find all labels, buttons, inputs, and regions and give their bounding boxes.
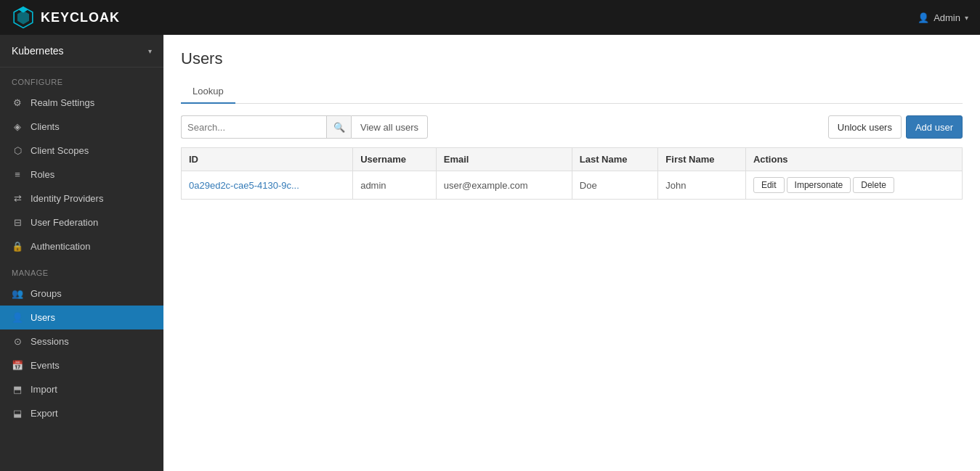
logo: KEYCLOAK bbox=[12, 6, 120, 29]
sidebar-item-identity-providers[interactable]: ⇄ Identity Providers bbox=[0, 187, 163, 210]
sidebar-item-groups[interactable]: 👥 Groups bbox=[0, 282, 163, 306]
sidebar-item-authentication[interactable]: 🔒 Authentication bbox=[0, 234, 163, 258]
authentication-icon: 🔒 bbox=[12, 241, 23, 252]
users-icon: 👤 bbox=[12, 312, 23, 323]
sidebar-item-events-label: Events bbox=[31, 360, 60, 371]
keycloak-logo-icon bbox=[12, 6, 35, 29]
svg-marker-2 bbox=[19, 7, 28, 13]
search-button[interactable]: 🔍 bbox=[326, 115, 351, 139]
sidebar-item-authentication-label: Authentication bbox=[31, 241, 90, 252]
sidebar-item-identity-providers-label: Identity Providers bbox=[31, 193, 103, 204]
sidebar-item-sessions-label: Sessions bbox=[31, 336, 69, 347]
table-row: 0a29ed2c-cae5-4130-9c...adminuser@exampl… bbox=[182, 171, 963, 200]
sidebar-item-client-scopes[interactable]: ⬡ Client Scopes bbox=[0, 139, 163, 163]
cell-email: user@example.com bbox=[436, 171, 572, 200]
sessions-icon: ⊙ bbox=[12, 336, 23, 347]
sidebar-item-export-label: Export bbox=[31, 408, 58, 419]
cell-id: 0a29ed2c-cae5-4130-9c... bbox=[182, 171, 353, 200]
export-icon: ⬓ bbox=[12, 408, 23, 419]
sidebar-item-groups-label: Groups bbox=[31, 288, 62, 299]
realm-selector[interactable]: Kubernetes ▾ bbox=[0, 35, 163, 67]
page-title: Users bbox=[181, 49, 963, 68]
user-icon: 👤 bbox=[918, 12, 929, 23]
sidebar-item-clients-label: Clients bbox=[31, 121, 60, 132]
client-scopes-icon: ⬡ bbox=[12, 145, 23, 156]
realm-name: Kubernetes bbox=[12, 45, 64, 57]
search-icon: 🔍 bbox=[333, 122, 345, 133]
sidebar-item-realm-settings-label: Realm Settings bbox=[31, 97, 94, 108]
user-menu[interactable]: 👤 Admin ▾ bbox=[918, 12, 968, 23]
realm-chevron: ▾ bbox=[148, 47, 152, 55]
search-input[interactable] bbox=[181, 115, 326, 139]
sidebar-item-import-label: Import bbox=[31, 384, 57, 395]
col-username: Username bbox=[353, 148, 437, 171]
clients-icon: ◈ bbox=[12, 121, 23, 132]
events-icon: 📅 bbox=[12, 360, 23, 371]
col-firstname: First Name bbox=[658, 148, 746, 171]
table-header-row: ID Username Email Last Name First Name A… bbox=[182, 148, 963, 171]
col-id: ID bbox=[182, 148, 353, 171]
add-user-button[interactable]: Add user bbox=[906, 115, 963, 139]
sidebar-item-users[interactable]: 👤 Users bbox=[0, 306, 163, 329]
col-email: Email bbox=[436, 148, 572, 171]
tab-lookup[interactable]: Lookup bbox=[181, 80, 235, 104]
toolbar-left: 🔍 View all users bbox=[181, 115, 428, 139]
sidebar-item-import[interactable]: ⬒ Import bbox=[0, 377, 163, 401]
tabs-container: Lookup bbox=[181, 80, 963, 104]
toolbar: 🔍 View all users Unlock users Add user bbox=[181, 115, 963, 139]
sidebar-item-user-federation-label: User Federation bbox=[31, 217, 98, 228]
top-navbar: KEYCLOAK 👤 Admin ▾ bbox=[0, 0, 980, 35]
sidebar-item-users-label: Users bbox=[31, 312, 55, 323]
sidebar: Kubernetes ▾ Configure ⚙ Realm Settings … bbox=[0, 35, 163, 471]
sidebar-item-clients[interactable]: ◈ Clients bbox=[0, 115, 163, 139]
toolbar-right: Unlock users Add user bbox=[828, 115, 963, 139]
realm-settings-icon: ⚙ bbox=[12, 97, 23, 108]
sidebar-item-roles-label: Roles bbox=[31, 169, 54, 180]
col-actions: Actions bbox=[745, 148, 962, 171]
roles-icon: ≡ bbox=[12, 169, 23, 180]
sidebar-item-events[interactable]: 📅 Events bbox=[0, 353, 163, 377]
sidebar-item-roles[interactable]: ≡ Roles bbox=[0, 163, 163, 187]
action-btn-delete[interactable]: Delete bbox=[853, 177, 894, 193]
sidebar-item-user-federation[interactable]: ⊟ User Federation bbox=[0, 210, 163, 234]
view-all-users-button[interactable]: View all users bbox=[351, 115, 428, 139]
user-federation-icon: ⊟ bbox=[12, 217, 23, 228]
sidebar-item-realm-settings[interactable]: ⚙ Realm Settings bbox=[0, 91, 163, 115]
sidebar-item-sessions[interactable]: ⊙ Sessions bbox=[0, 329, 163, 353]
table-header: ID Username Email Last Name First Name A… bbox=[182, 148, 963, 171]
sidebar-item-export[interactable]: ⬓ Export bbox=[0, 401, 163, 425]
main-layout: Kubernetes ▾ Configure ⚙ Realm Settings … bbox=[0, 35, 980, 471]
table-body: 0a29ed2c-cae5-4130-9c...adminuser@exampl… bbox=[182, 171, 963, 200]
action-btn-edit[interactable]: Edit bbox=[753, 177, 785, 193]
col-lastname: Last Name bbox=[572, 148, 658, 171]
user-label: Admin bbox=[934, 12, 960, 23]
cell-firstname: John bbox=[658, 171, 746, 200]
user-menu-chevron: ▾ bbox=[965, 14, 968, 22]
user-id-link[interactable]: 0a29ed2c-cae5-4130-9c... bbox=[189, 180, 299, 191]
users-table: ID Username Email Last Name First Name A… bbox=[181, 147, 963, 200]
cell-actions: EditImpersonateDelete bbox=[745, 171, 962, 200]
logo-text: KEYCLOAK bbox=[41, 10, 120, 25]
sidebar-item-client-scopes-label: Client Scopes bbox=[31, 145, 89, 156]
main-content: Users Lookup 🔍 View all users Unlock use… bbox=[163, 35, 980, 471]
unlock-users-button[interactable]: Unlock users bbox=[828, 115, 902, 139]
identity-providers-icon: ⇄ bbox=[12, 193, 23, 204]
import-icon: ⬒ bbox=[12, 384, 23, 395]
groups-icon: 👥 bbox=[12, 288, 23, 299]
cell-username: admin bbox=[353, 171, 437, 200]
action-btn-impersonate[interactable]: Impersonate bbox=[787, 177, 851, 193]
manage-label: Manage bbox=[0, 258, 163, 282]
configure-label: Configure bbox=[0, 67, 163, 91]
cell-lastname: Doe bbox=[572, 171, 658, 200]
